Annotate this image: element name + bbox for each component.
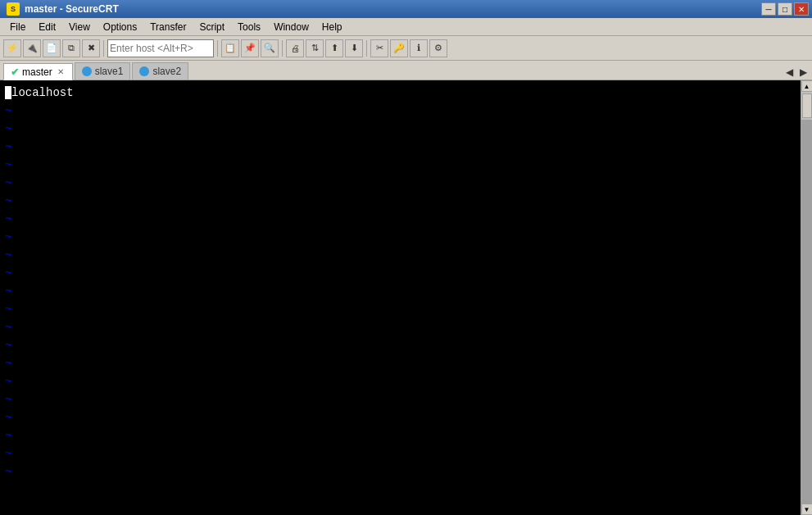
tabs-prev-button[interactable]: ◀ xyxy=(784,66,795,78)
tab-master-icon: ✔ xyxy=(11,66,19,78)
app-icon: S xyxy=(7,2,20,16)
title-bar-buttons: ─ □ ✕ xyxy=(761,2,809,16)
terminal-line-11: ~ xyxy=(5,282,796,300)
toolbar-btn-4[interactable]: ⧉ xyxy=(62,39,80,57)
toolbar-btn-sftp[interactable]: ⇅ xyxy=(306,39,324,57)
menu-tools[interactable]: Tools xyxy=(231,20,267,34)
tilde-21: ~ xyxy=(5,465,11,478)
toolbar-btn-find[interactable]: 🔍 xyxy=(261,39,279,57)
window-title: master - SecureCRT xyxy=(25,3,119,15)
scrollbar-up-button[interactable]: ▲ xyxy=(801,80,813,92)
tilde-3: ~ xyxy=(5,140,11,153)
tilde-8: ~ xyxy=(5,230,11,244)
tilde-7: ~ xyxy=(5,212,11,226)
tab-slave1-label: slave1 xyxy=(95,66,124,77)
cursor xyxy=(5,86,11,99)
terminal-line-2: ~ xyxy=(5,120,796,138)
tilde-5: ~ xyxy=(5,176,11,189)
tab-slave2-label: slave2 xyxy=(152,66,181,77)
tabs-navigation: ◀ ▶ xyxy=(784,66,809,78)
tilde-10: ~ xyxy=(5,267,11,280)
tab-master-label: master xyxy=(22,66,52,78)
title-bar-left: S master - SecureCRT xyxy=(7,2,119,16)
terminal-line-9: ~ xyxy=(5,246,796,264)
tilde-13: ~ xyxy=(5,321,11,334)
toolbar-btn-settings[interactable]: ⚙ xyxy=(429,39,447,57)
terminal-line-5: ~ xyxy=(5,174,796,192)
tab-slave2[interactable]: slave2 xyxy=(132,62,188,80)
tab-slave2-icon xyxy=(139,66,149,76)
terminal-line-14: ~ xyxy=(5,336,796,354)
tilde-1: ~ xyxy=(5,104,11,117)
terminal-line-3: ~ xyxy=(5,138,796,156)
toolbar-btn-upload[interactable]: ⬆ xyxy=(325,39,343,57)
tilde-15: ~ xyxy=(5,357,11,370)
tilde-4: ~ xyxy=(5,158,11,171)
terminal-line-21: ~ xyxy=(5,463,796,481)
maximize-button[interactable]: □ xyxy=(778,2,792,16)
scrollbar-down-button[interactable]: ▼ xyxy=(801,504,813,515)
terminal-line-7: ~ xyxy=(5,210,796,228)
scrollbar-track[interactable] xyxy=(801,120,812,504)
menu-view[interactable]: View xyxy=(62,20,97,34)
tabs-bar: ✔ master ✕ slave1 slave2 ◀ ▶ xyxy=(0,61,812,80)
menu-script[interactable]: Script xyxy=(193,20,231,34)
menu-edit[interactable]: Edit xyxy=(32,20,62,34)
tilde-9: ~ xyxy=(5,248,11,262)
menu-file[interactable]: File xyxy=(3,20,32,34)
close-button[interactable]: ✕ xyxy=(794,2,809,16)
tilde-20: ~ xyxy=(5,447,11,460)
separator-4 xyxy=(366,40,367,57)
minimize-button[interactable]: ─ xyxy=(761,2,776,16)
toolbar: ⚡ 🔌 📄 ⧉ ✖ 📋 📌 🔍 🖨 ⇅ ⬆ ⬇ ✂ 🔑 ℹ ⚙ xyxy=(0,36,812,61)
menu-help[interactable]: Help xyxy=(315,20,349,34)
terminal-line-4: ~ xyxy=(5,156,796,174)
toolbar-btn-print[interactable]: 🖨 xyxy=(286,39,304,57)
separator-1 xyxy=(103,40,104,57)
toolbar-btn-3[interactable]: 📄 xyxy=(43,39,61,57)
toolbar-btn-paste[interactable]: 📌 xyxy=(241,39,259,57)
tilde-18: ~ xyxy=(5,411,11,424)
terminal-line-10: ~ xyxy=(5,264,796,282)
tilde-19: ~ xyxy=(5,429,11,442)
terminal-line-12: ~ xyxy=(5,300,796,318)
tilde-16: ~ xyxy=(5,375,11,388)
separator-3 xyxy=(282,40,283,57)
tilde-17: ~ xyxy=(5,393,11,406)
toolbar-btn-download[interactable]: ⬇ xyxy=(345,39,363,57)
tab-slave1-icon xyxy=(82,66,92,76)
scrollbar-thumb[interactable] xyxy=(802,93,812,118)
terminal-line-20: ~ xyxy=(5,444,796,463)
toolbar-btn-1[interactable]: ⚡ xyxy=(3,39,21,57)
terminal-line-13: ~ xyxy=(5,318,796,336)
tilde-14: ~ xyxy=(5,339,11,352)
toolbar-btn-5[interactable]: ✖ xyxy=(82,39,100,57)
tilde-12: ~ xyxy=(5,303,11,316)
tab-master[interactable]: ✔ master ✕ xyxy=(3,63,73,80)
toolbar-btn-script[interactable]: ✂ xyxy=(370,39,388,57)
tab-master-close[interactable]: ✕ xyxy=(56,67,66,76)
terminal-line-19: ~ xyxy=(5,426,796,444)
host-input-container xyxy=(107,39,214,57)
terminal-line-0: localhost xyxy=(5,84,796,102)
menu-window[interactable]: Window xyxy=(267,20,315,34)
title-bar: S master - SecureCRT ─ □ ✕ xyxy=(0,0,812,18)
toolbar-btn-copy[interactable]: 📋 xyxy=(221,39,239,57)
vertical-scrollbar[interactable]: ▲ ▼ xyxy=(801,80,812,515)
terminal-text-0: localhost xyxy=(11,86,74,99)
toolbar-btn-keymap[interactable]: ℹ xyxy=(410,39,428,57)
tilde-6: ~ xyxy=(5,194,11,207)
terminal-line-18: ~ xyxy=(5,408,796,426)
tilde-11: ~ xyxy=(5,285,11,298)
menu-transfer[interactable]: Transfer xyxy=(143,20,193,34)
terminal-line-1: ~ xyxy=(5,102,796,120)
toolbar-btn-2[interactable]: 🔌 xyxy=(23,39,41,57)
host-input[interactable] xyxy=(110,43,200,54)
terminal-line-16: ~ xyxy=(5,372,796,390)
toolbar-btn-macro[interactable]: 🔑 xyxy=(390,39,408,57)
menu-options[interactable]: Options xyxy=(97,20,143,34)
terminal-container: localhost ~ ~ ~ ~ ~ ~ ~ ~ ~ ~ ~ ~ ~ ~ ~ … xyxy=(0,80,812,515)
tab-slave1[interactable]: slave1 xyxy=(75,62,131,80)
terminal[interactable]: localhost ~ ~ ~ ~ ~ ~ ~ ~ ~ ~ ~ ~ ~ ~ ~ … xyxy=(0,80,801,515)
tabs-next-button[interactable]: ▶ xyxy=(798,66,809,78)
